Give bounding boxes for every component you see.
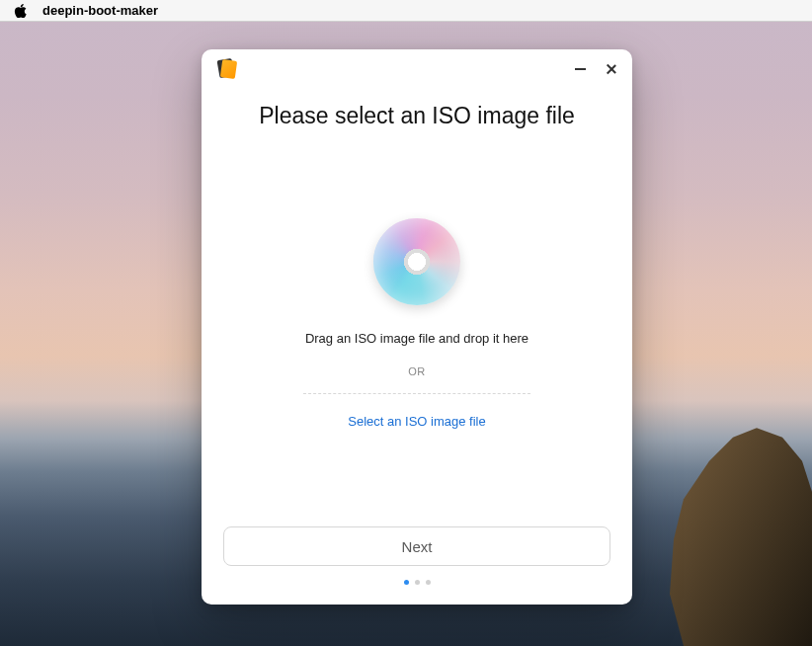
close-icon (606, 63, 617, 75)
window-controls (573, 62, 618, 76)
minimize-button[interactable] (573, 62, 587, 76)
next-button[interactable]: Next (223, 526, 610, 566)
drop-instruction-text: Drag an ISO image file and drop it here (305, 331, 528, 346)
window-titlebar (202, 49, 632, 89)
iso-drop-area[interactable]: Drag an ISO image file and drop it here … (202, 129, 632, 526)
apple-logo-icon[interactable] (14, 4, 27, 18)
pager-dot-3[interactable] (426, 580, 431, 585)
menubar-app-title[interactable]: deepin-boot-maker (42, 3, 158, 18)
pager-dot-2[interactable] (415, 580, 420, 585)
dashed-divider (303, 393, 530, 394)
app-icon (215, 57, 239, 81)
disc-icon (373, 218, 460, 305)
close-button[interactable] (605, 62, 618, 76)
page-heading: Please select an ISO image file (202, 103, 632, 129)
window-footer: Next (202, 526, 632, 605)
minimize-icon (575, 68, 586, 70)
or-separator-text: OR (408, 365, 426, 377)
step-pager (404, 580, 431, 585)
select-iso-link[interactable]: Select an ISO image file (348, 414, 485, 429)
system-menubar: deepin-boot-maker (0, 0, 812, 22)
app-window: Please select an ISO image file Drag an … (202, 49, 632, 605)
pager-dot-1[interactable] (404, 580, 409, 585)
